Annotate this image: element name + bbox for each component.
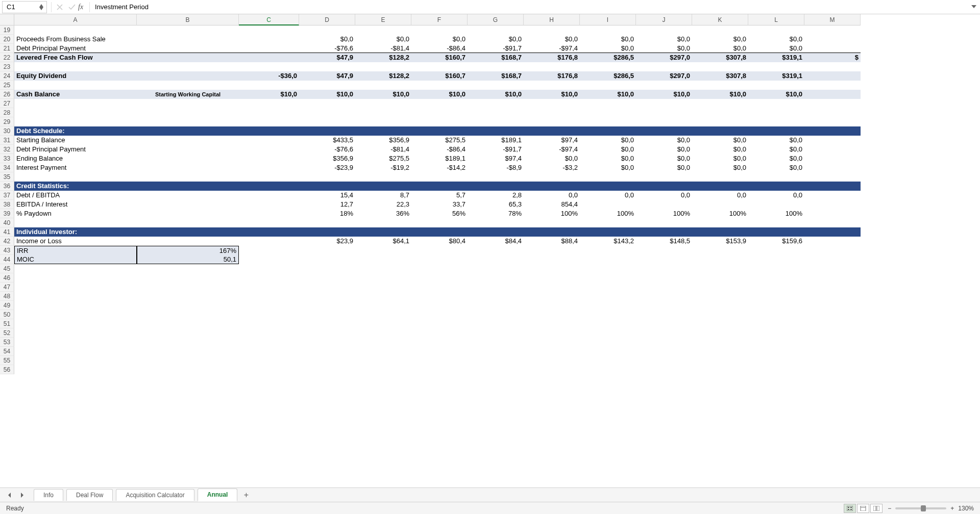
cell[interactable] [411,310,468,319]
cell[interactable]: $0,0 [580,44,636,53]
view-pagebreak-icon[interactable] [870,504,883,513]
cell[interactable] [411,62,468,71]
cell[interactable] [748,172,804,182]
cell[interactable] [804,292,861,301]
zoom-in-icon[interactable]: + [950,505,954,512]
cell[interactable]: $10,0 [411,90,468,99]
cell[interactable]: $0,0 [636,145,692,154]
cell[interactable] [804,209,861,218]
cell[interactable]: $356,9 [355,136,411,145]
cell[interactable] [137,264,239,273]
cell[interactable] [239,117,299,126]
cell[interactable] [524,117,580,126]
cell[interactable] [748,108,804,117]
cell[interactable] [748,301,804,310]
cell[interactable] [748,310,804,319]
row-head[interactable]: 29 [0,117,14,126]
cell[interactable] [692,81,748,90]
cell[interactable] [748,255,804,264]
cell[interactable]: $168,7 [468,53,524,62]
cell[interactable] [411,99,468,108]
cell[interactable] [524,356,580,365]
cell[interactable]: 0,0 [580,191,636,200]
cell[interactable]: $0,0 [748,35,804,44]
cell[interactable] [239,81,299,90]
cell[interactable] [580,319,636,328]
cell[interactable] [804,44,861,53]
cell[interactable]: $0,0 [468,35,524,44]
cell[interactable] [748,218,804,227]
cell[interactable]: -$81,4 [355,145,411,154]
cell[interactable] [355,319,411,328]
cell[interactable] [468,25,524,35]
cell[interactable]: -$23,9 [299,163,355,172]
cell[interactable] [748,25,804,35]
cell[interactable]: Starting Working Capital [137,90,239,99]
cell[interactable]: $0,0 [692,44,748,53]
cell[interactable] [804,62,861,71]
cell[interactable] [748,338,804,347]
cell[interactable] [299,126,355,136]
cell[interactable] [636,172,692,182]
cell[interactable] [299,356,355,365]
cell[interactable]: $189,1 [468,136,524,145]
cell[interactable] [299,301,355,310]
cell[interactable] [636,255,692,264]
cell[interactable] [636,328,692,338]
cell[interactable] [804,264,861,273]
cell[interactable] [299,99,355,108]
cell[interactable]: $168,7 [468,71,524,81]
cell[interactable] [524,273,580,282]
cell[interactable] [636,356,692,365]
col-head-D[interactable]: D [299,14,355,25]
cell[interactable] [692,264,748,273]
cell[interactable]: $0,0 [411,35,468,44]
cell[interactable] [299,328,355,338]
cell[interactable] [804,154,861,163]
cell[interactable]: -$36,0 [239,71,299,81]
cell[interactable] [239,172,299,182]
cell[interactable]: 100% [580,209,636,218]
sheet-tab[interactable]: Annual [198,489,238,502]
cell[interactable] [524,81,580,90]
sheet-nav-prev[interactable] [4,490,15,501]
cell[interactable] [299,227,355,237]
cell[interactable] [239,246,299,255]
cell[interactable] [468,282,524,292]
cell[interactable]: $319,1 [748,53,804,62]
cell[interactable] [299,172,355,182]
cell[interactable] [692,246,748,255]
view-normal-icon[interactable] [844,504,856,513]
cell[interactable] [804,328,861,338]
cell[interactable] [636,319,692,328]
cell[interactable] [299,319,355,328]
cell[interactable] [804,347,861,356]
cell[interactable] [411,182,468,191]
cell[interactable] [524,218,580,227]
row-head[interactable]: 39 [0,209,14,218]
cell[interactable] [239,163,299,172]
cell[interactable] [580,81,636,90]
row-label[interactable]: Levered Free Cash Flow [14,53,137,62]
row-head[interactable]: 24 [0,71,14,81]
cell[interactable] [468,347,524,356]
cell[interactable] [299,81,355,90]
cell[interactable] [355,227,411,237]
formula-expand-icon[interactable] [968,3,980,11]
cell[interactable] [137,338,239,347]
cell[interactable] [137,347,239,356]
cell[interactable] [804,117,861,126]
cell[interactable]: $10,0 [748,90,804,99]
row-label[interactable]: Debt / EBITDA [14,191,137,200]
row-head[interactable]: 52 [0,328,14,338]
row-head[interactable]: 35 [0,172,14,182]
cell[interactable] [524,172,580,182]
cell[interactable] [748,246,804,255]
cell[interactable] [355,365,411,374]
row-head[interactable]: 31 [0,136,14,145]
cell[interactable] [411,117,468,126]
cell[interactable] [355,246,411,255]
cell[interactable] [239,328,299,338]
cell[interactable]: $10,0 [636,90,692,99]
cell[interactable]: $0,0 [580,145,636,154]
